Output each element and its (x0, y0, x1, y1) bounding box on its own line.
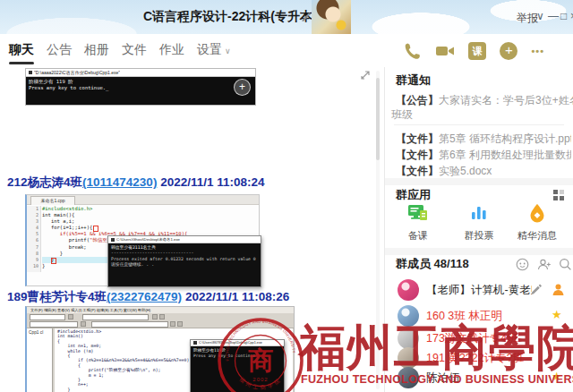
apps-grid-icon[interactable] (553, 190, 564, 200)
file-item[interactable]: 【文件】第6章 利用数组处理批量数据.p... (396, 146, 571, 163)
tab-settings[interactable]: 设置∨ (197, 42, 231, 58)
message-time: 2022/11/1 11:08:26 (182, 290, 289, 303)
vc6-menu-bar: 文件(F) 编辑(E) 查看(V) 插入(I) 工程(P) 组建(B) 工具(T… (27, 307, 294, 313)
add-icon[interactable]: + (500, 42, 517, 60)
title-bar: C语言程序设计-22计科(专升本)3-4 举报 ∨ — □ × (0, 0, 573, 34)
exe-icon (111, 238, 115, 242)
maximize-icon[interactable]: □ (560, 10, 567, 22)
sender-name: 189曹桂芳计专4班 (7, 290, 107, 303)
tab-files[interactable]: 文件 (122, 42, 147, 58)
avatar (398, 279, 419, 301)
owner-badge-icon (552, 283, 565, 296)
file-item[interactable]: 【文件】实验5.docx (396, 162, 571, 179)
console-output: 请按任意键继续. . . (111, 262, 258, 268)
brace-match-highlight (51, 258, 56, 264)
console-path: "D:\aaaa2022\C语言作业\Debug\Cpp1.exe" (34, 70, 120, 75)
more-icon[interactable]: ••• (531, 46, 544, 56)
file-item[interactable]: 【文件】第5章 循环结构程序设计.pptx (396, 130, 571, 147)
member-name: 191 黄??22计专?班 (426, 351, 524, 366)
tab-announcements[interactable]: 公告 (47, 42, 72, 58)
console-popup: C:\Users\Ghost\Desktop\未命名1.exe 韩信至少有211… (107, 235, 261, 287)
edit-title-icon[interactable] (301, 12, 311, 21)
console-path: C:\Users\86783\Desktop\Debug\Cpp1.exe (199, 341, 262, 345)
edit-card-icon[interactable] (530, 283, 542, 294)
chevron-down-icon: ∨ (225, 47, 231, 55)
announcement-item-line2: 班级 (391, 107, 413, 123)
message-image-ide[interactable]: 未命名1.cpp 1 2 3 4 5 6 7 8 9 10 #include<s… (25, 194, 260, 286)
report-button[interactable]: 举报 (517, 11, 538, 26)
level-star-icon: ★ (552, 308, 562, 321)
exe-icon (193, 341, 197, 345)
app-group-vote[interactable]: 群投票 (458, 203, 500, 243)
essence-drop-icon (526, 203, 548, 223)
tab-album[interactable]: 相册 (84, 42, 109, 58)
app-essence-messages[interactable]: 精华消息 (516, 203, 559, 243)
vc6-toolbar (27, 313, 294, 328)
console-output: 阶梯至少有 119 阶 (29, 79, 252, 85)
zoom-in-icon[interactable]: + (234, 79, 251, 96)
message-sender: 212杨志涛4班(1011474230) 2022/11/1 11:08:24 (7, 175, 264, 191)
tab-homework[interactable]: 作业 (159, 42, 184, 58)
announcement-item[interactable]: 【公告】大家请实名：学号后3位+姓名+ (396, 91, 573, 108)
message-image-vc6[interactable]: 文件(F) 编辑(E) 查看(V) 插入(I) 工程(P) 组建(B) 工具(T… (25, 306, 295, 392)
anonymous-chat-icon[interactable] (516, 258, 529, 271)
app-lesson-prep[interactable]: 备课 (397, 203, 440, 243)
section-separator (385, 248, 573, 255)
divider (394, 124, 564, 125)
editor-tab: 未命名1.cpp (30, 196, 75, 205)
minimize-icon[interactable]: — (548, 10, 559, 22)
message-sender: 189曹桂芳计专4班(2322762479) 2022/11/1 11:08:2… (7, 289, 289, 305)
console-path: C:\Users\Ghost\Desktop\未命名1.exe (116, 237, 180, 242)
active-tab-underline (9, 62, 34, 64)
group-members-title: 群成员 48/118 (396, 256, 469, 272)
tab-chat[interactable]: 聊天 (9, 42, 34, 58)
member-name: 【老师】计算机-黄老师 (426, 283, 532, 298)
group-sidebar: 群通知 【公告】大家请实名：学号后3位+姓名+ 班级 【文件】第5章 循环结构程… (385, 67, 573, 392)
sender-qq-link[interactable]: (2322762479) (107, 290, 182, 303)
section-separator (385, 178, 573, 185)
level-star-icon: ★ (552, 370, 562, 383)
avatar (398, 305, 419, 327)
group-avatar[interactable] (312, 0, 351, 34)
member-row[interactable]: 陈泊伍 ★ (394, 366, 569, 389)
course-icon[interactable]: 课 (468, 42, 486, 60)
sender-name: 212杨志涛4班 (7, 175, 82, 189)
scrollbar (376, 71, 380, 389)
add-member-icon[interactable] (537, 258, 552, 271)
member-row[interactable]: 160 3班 林正明 ★ (394, 304, 569, 328)
search-icon[interactable] (559, 258, 572, 271)
video-call-icon[interactable] (435, 42, 455, 60)
collapse-sidebar-icon[interactable] (359, 70, 371, 81)
line-numbers: 1 2 3 4 5 6 7 8 9 10 (27, 206, 41, 272)
group-notice-title: 群通知 (396, 72, 431, 89)
chat-history: "D:\aaaa2022\C语言作业\Debug\Cpp1.exe" 阶梯至少有… (0, 67, 384, 392)
member-name: 160 3班 林正明 (426, 309, 502, 324)
console-output: Press any key to continue (193, 354, 281, 359)
exe-icon (29, 71, 32, 74)
qq-group-chat-window: C语言程序设计-22计科(专升本)3-4 举报 ∨ — □ × 聊天 公告 相册… (0, 0, 573, 392)
member-name: 陈泊伍 (426, 371, 460, 386)
group-apps-title: 群应用 (396, 187, 431, 203)
tab-bar: 聊天 公告 相册 文件 作业 设置∨ 课 + ••• (0, 34, 573, 68)
phone-call-icon[interactable] (404, 42, 422, 60)
message-time: 2022/11/1 11:08:24 (157, 175, 264, 189)
console-output: Press any key to continue._ (29, 85, 252, 91)
message-image-console[interactable]: "D:\aaaa2022\C语言作业\Debug\Cpp1.exe" 阶梯至少有… (25, 68, 256, 106)
titlebar-chevron-icon[interactable]: ∨ (536, 10, 544, 22)
avatar (398, 367, 419, 388)
sender-qq-link[interactable]: (1011474230) (82, 175, 157, 189)
lesson-prep-icon (407, 203, 429, 223)
member-name: 173游文武计专4班 (426, 331, 518, 346)
brace-match-highlight (93, 226, 98, 232)
scrollbar-thumb[interactable] (376, 78, 380, 160)
vote-chart-icon (468, 203, 490, 223)
member-row[interactable]: 【老师】计算机-黄老师 (394, 278, 569, 302)
vc6-workspace-pane: Cpp1 cl (27, 328, 53, 392)
console-popup: C:\Users\86783\Desktop\Debug\Cpp1.exe 阶梯… (190, 339, 285, 392)
